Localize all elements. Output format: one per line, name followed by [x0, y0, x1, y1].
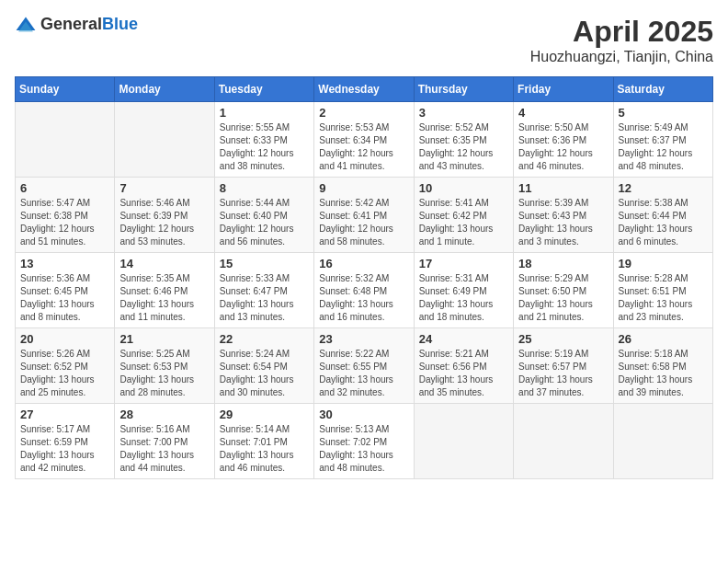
day-info: Sunrise: 5:36 AMSunset: 6:45 PMDaylight:… [20, 272, 109, 324]
day-info: Sunrise: 5:32 AMSunset: 6:48 PMDaylight:… [319, 272, 408, 324]
day-cell: 13Sunrise: 5:36 AMSunset: 6:45 PMDayligh… [16, 253, 115, 328]
day-cell: 20Sunrise: 5:26 AMSunset: 6:52 PMDayligh… [16, 328, 115, 404]
day-info: Sunrise: 5:46 AMSunset: 6:39 PMDaylight:… [119, 197, 209, 248]
logo-text: GeneralBlue [40, 15, 138, 34]
day-cell: 22Sunrise: 5:24 AMSunset: 6:54 PMDayligh… [214, 328, 313, 404]
day-number: 27 [20, 408, 109, 421]
calendar-header: SundayMondayTuesdayWednesdayThursdayFrid… [16, 77, 713, 102]
weekday-header-row: SundayMondayTuesdayWednesdayThursdayFrid… [16, 77, 713, 102]
day-number: 11 [518, 181, 608, 195]
day-cell: 21Sunrise: 5:25 AMSunset: 6:53 PMDayligh… [115, 328, 214, 404]
day-cell: 2Sunrise: 5:53 AMSunset: 6:34 PMDaylight… [314, 102, 414, 178]
day-cell: 27Sunrise: 5:17 AMSunset: 6:59 PMDayligh… [16, 404, 115, 479]
day-cell: 29Sunrise: 5:14 AMSunset: 7:01 PMDayligh… [214, 404, 313, 479]
day-cell: 25Sunrise: 5:19 AMSunset: 6:57 PMDayligh… [514, 328, 613, 404]
day-info: Sunrise: 5:50 AMSunset: 6:36 PMDaylight:… [518, 121, 608, 173]
day-cell: 15Sunrise: 5:33 AMSunset: 6:47 PMDayligh… [214, 253, 313, 328]
day-cell: 23Sunrise: 5:22 AMSunset: 6:55 PMDayligh… [314, 328, 414, 404]
week-row-1: 1Sunrise: 5:55 AMSunset: 6:33 PMDaylight… [16, 102, 713, 178]
day-info: Sunrise: 5:53 AMSunset: 6:34 PMDaylight:… [319, 121, 408, 173]
day-info: Sunrise: 5:19 AMSunset: 6:57 PMDaylight:… [518, 348, 608, 399]
day-info: Sunrise: 5:21 AMSunset: 6:56 PMDaylight:… [419, 348, 508, 399]
day-number: 19 [619, 257, 708, 270]
day-info: Sunrise: 5:25 AMSunset: 6:53 PMDaylight:… [119, 348, 209, 399]
day-cell: 18Sunrise: 5:29 AMSunset: 6:50 PMDayligh… [514, 253, 613, 328]
day-number: 15 [220, 257, 309, 270]
day-number: 20 [20, 332, 109, 346]
day-number: 26 [619, 332, 708, 346]
weekday-header-saturday: Saturday [613, 77, 712, 102]
day-cell: 10Sunrise: 5:41 AMSunset: 6:42 PMDayligh… [414, 178, 513, 253]
day-number: 5 [619, 106, 708, 120]
day-cell: 1Sunrise: 5:55 AMSunset: 6:33 PMDaylight… [214, 102, 313, 178]
day-info: Sunrise: 5:31 AMSunset: 6:49 PMDaylight:… [419, 272, 508, 324]
day-number: 8 [220, 181, 309, 195]
day-cell: 9Sunrise: 5:42 AMSunset: 6:41 PMDaylight… [314, 178, 414, 253]
logo: GeneralBlue [15, 15, 138, 34]
day-number: 30 [319, 408, 408, 421]
day-cell [613, 404, 712, 479]
page-header: GeneralBlue April 2025 Huozhuangzi, Tian… [15, 15, 713, 65]
day-info: Sunrise: 5:47 AMSunset: 6:38 PMDaylight:… [20, 197, 109, 248]
day-info: Sunrise: 5:33 AMSunset: 6:47 PMDaylight:… [220, 272, 309, 324]
day-number: 24 [419, 332, 508, 346]
day-cell [16, 102, 115, 178]
day-cell: 12Sunrise: 5:38 AMSunset: 6:44 PMDayligh… [613, 178, 712, 253]
day-info: Sunrise: 5:52 AMSunset: 6:35 PMDaylight:… [419, 121, 508, 173]
day-cell: 6Sunrise: 5:47 AMSunset: 6:38 PMDaylight… [16, 178, 115, 253]
day-number: 4 [518, 106, 608, 120]
title-block: April 2025 Huozhuangzi, Tianjin, China [530, 15, 713, 65]
day-number: 25 [518, 332, 608, 346]
day-info: Sunrise: 5:14 AMSunset: 7:01 PMDaylight:… [220, 423, 309, 475]
day-cell: 17Sunrise: 5:31 AMSunset: 6:49 PMDayligh… [414, 253, 513, 328]
day-number: 1 [220, 106, 309, 120]
day-cell: 14Sunrise: 5:35 AMSunset: 6:46 PMDayligh… [115, 253, 214, 328]
weekday-header-sunday: Sunday [16, 77, 115, 102]
day-info: Sunrise: 5:39 AMSunset: 6:43 PMDaylight:… [518, 197, 608, 248]
day-number: 12 [619, 181, 708, 195]
day-info: Sunrise: 5:41 AMSunset: 6:42 PMDaylight:… [419, 197, 508, 248]
logo-icon [15, 16, 37, 34]
weekday-header-monday: Monday [115, 77, 214, 102]
day-info: Sunrise: 5:35 AMSunset: 6:46 PMDaylight:… [119, 272, 209, 324]
weekday-header-thursday: Thursday [414, 77, 513, 102]
day-info: Sunrise: 5:29 AMSunset: 6:50 PMDaylight:… [518, 272, 608, 324]
day-info: Sunrise: 5:38 AMSunset: 6:44 PMDaylight:… [619, 197, 708, 248]
day-number: 16 [319, 257, 408, 270]
day-info: Sunrise: 5:49 AMSunset: 6:37 PMDaylight:… [619, 121, 708, 173]
day-cell: 4Sunrise: 5:50 AMSunset: 6:36 PMDaylight… [514, 102, 613, 178]
day-cell [514, 404, 613, 479]
day-cell: 30Sunrise: 5:13 AMSunset: 7:02 PMDayligh… [314, 404, 414, 479]
day-number: 17 [419, 257, 508, 270]
day-cell: 16Sunrise: 5:32 AMSunset: 6:48 PMDayligh… [314, 253, 414, 328]
day-cell [414, 404, 513, 479]
weekday-header-tuesday: Tuesday [214, 77, 313, 102]
day-cell: 28Sunrise: 5:16 AMSunset: 7:00 PMDayligh… [115, 404, 214, 479]
day-cell: 3Sunrise: 5:52 AMSunset: 6:35 PMDaylight… [414, 102, 513, 178]
day-info: Sunrise: 5:13 AMSunset: 7:02 PMDaylight:… [319, 423, 408, 475]
calendar-body: 1Sunrise: 5:55 AMSunset: 6:33 PMDaylight… [16, 102, 713, 479]
logo-blue: Blue [102, 15, 138, 33]
day-number: 28 [119, 408, 209, 421]
day-number: 22 [220, 332, 309, 346]
day-cell: 19Sunrise: 5:28 AMSunset: 6:51 PMDayligh… [613, 253, 712, 328]
day-number: 13 [20, 257, 109, 270]
calendar-location: Huozhuangzi, Tianjin, China [530, 49, 713, 65]
day-info: Sunrise: 5:44 AMSunset: 6:40 PMDaylight:… [220, 197, 309, 248]
day-number: 7 [119, 181, 209, 195]
day-cell: 11Sunrise: 5:39 AMSunset: 6:43 PMDayligh… [514, 178, 613, 253]
day-number: 23 [319, 332, 408, 346]
day-info: Sunrise: 5:16 AMSunset: 7:00 PMDaylight:… [119, 423, 209, 475]
day-number: 14 [119, 257, 209, 270]
week-row-3: 13Sunrise: 5:36 AMSunset: 6:45 PMDayligh… [16, 253, 713, 328]
day-info: Sunrise: 5:42 AMSunset: 6:41 PMDaylight:… [319, 197, 408, 248]
day-number: 10 [419, 181, 508, 195]
day-number: 18 [518, 257, 608, 270]
day-cell: 26Sunrise: 5:18 AMSunset: 6:58 PMDayligh… [613, 328, 712, 404]
week-row-4: 20Sunrise: 5:26 AMSunset: 6:52 PMDayligh… [16, 328, 713, 404]
day-number: 9 [319, 181, 408, 195]
day-cell [115, 102, 214, 178]
weekday-header-wednesday: Wednesday [314, 77, 414, 102]
day-cell: 8Sunrise: 5:44 AMSunset: 6:40 PMDaylight… [214, 178, 313, 253]
calendar-title: April 2025 [530, 15, 713, 49]
